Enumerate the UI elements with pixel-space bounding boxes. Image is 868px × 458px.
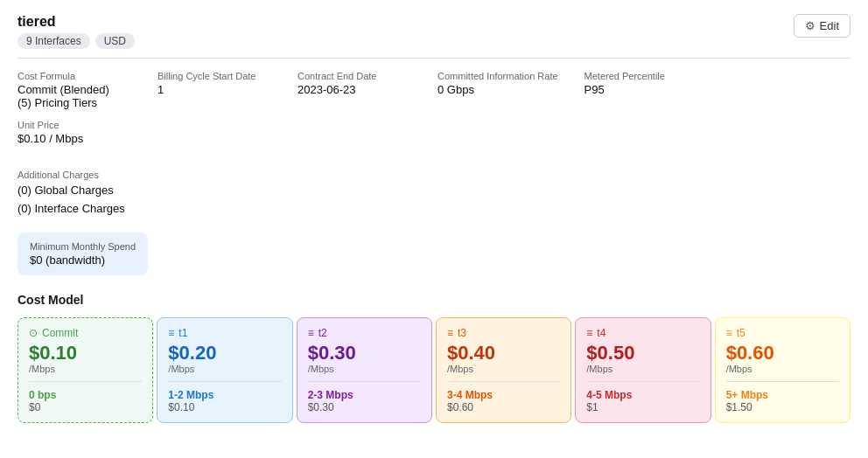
contract-end-cell: Contract End Date 2023-06-23	[298, 71, 411, 109]
t3-unit: /Mbps	[447, 364, 560, 374]
t5-range-price: $1.50	[726, 401, 839, 413]
t3-divider	[447, 381, 560, 382]
contract-end-label: Contract End Date	[298, 71, 411, 81]
t5-unit: /Mbps	[726, 364, 839, 374]
tier-commit-header: ⊙ Commit	[29, 327, 142, 339]
unit-price-cell: Unit Price $0.10 / Mbps	[18, 120, 131, 145]
t2-label: t2	[318, 327, 327, 339]
tier-commit: ⊙ Commit $0.10 /Mbps 0 bps $0	[18, 317, 153, 423]
commit-range-price: $0	[29, 401, 142, 413]
cost-formula-value: Commit (Blended)(5) Pricing Tiers	[18, 83, 131, 109]
header-row: tiered 9 Interfaces USD ⚙ Edit	[18, 14, 850, 49]
tier-t4: ≡ t4 $0.50 /Mbps 4-5 Mbps $1	[575, 317, 710, 423]
gear-icon: ⚙	[805, 19, 816, 32]
t3-range-price: $0.60	[447, 401, 560, 413]
t3-price: $0.40	[447, 343, 560, 364]
commit-unit: /Mbps	[29, 364, 142, 374]
t1-icon: ≡	[168, 327, 174, 339]
contract-end-value: 2023-06-23	[298, 83, 411, 96]
edit-label: Edit	[820, 19, 839, 32]
tier-t2-header: ≡ t2	[308, 327, 421, 339]
tier-t3: ≡ t3 $0.40 /Mbps 3-4 Mbps $0.60	[436, 317, 571, 423]
info-grid: Cost Formula Commit (Blended)(5) Pricing…	[18, 71, 850, 156]
t4-divider	[586, 381, 699, 382]
unit-price-value: $0.10 / Mbps	[18, 132, 131, 145]
title-block: tiered 9 Interfaces USD	[18, 14, 135, 49]
interfaces-badge: 9 Interfaces	[18, 33, 90, 49]
t5-divider	[726, 381, 839, 382]
t4-range-price: $1	[586, 401, 699, 413]
page-title: tiered	[18, 14, 135, 30]
tier-t5: ≡ t5 $0.60 /Mbps 5+ Mbps $1.50	[715, 317, 850, 423]
t5-icon: ≡	[726, 327, 732, 339]
tier-t1-header: ≡ t1	[168, 327, 281, 339]
t1-range: 1-2 Mbps	[168, 389, 281, 401]
tier-t3-header: ≡ t3	[447, 327, 560, 339]
badge-row: 9 Interfaces USD	[18, 33, 135, 49]
t4-range: 4-5 Mbps	[586, 389, 699, 401]
t5-range: 5+ Mbps	[726, 389, 839, 401]
t4-icon: ≡	[586, 327, 592, 339]
commit-divider	[29, 381, 142, 382]
t2-range: 2-3 Mbps	[308, 389, 421, 401]
billing-cycle-cell: Billing Cycle Start Date 1	[158, 71, 271, 109]
cost-formula-cell: Cost Formula Commit (Blended)(5) Pricing…	[18, 71, 131, 109]
commit-price: $0.10	[29, 343, 142, 364]
metered-percentile-value: P95	[584, 83, 698, 96]
billing-cycle-label: Billing Cycle Start Date	[158, 71, 271, 81]
global-charges: (0) Global Charges	[18, 182, 850, 200]
additional-charges-block: Additional Charges (0) Global Charges (0…	[18, 170, 850, 219]
cost-model-grid: ⊙ Commit $0.10 /Mbps 0 bps $0 ≡ t1 $0.20…	[18, 317, 850, 423]
min-spend-label: Minimum Monthly Spend	[30, 241, 136, 252]
unit-price-label: Unit Price	[18, 120, 131, 130]
cost-formula-label: Cost Formula	[18, 71, 131, 81]
committed-rate-cell: Committed Information Rate 0 Gbps	[438, 71, 558, 109]
min-spend-value: $0 (bandwidth)	[30, 253, 136, 267]
t1-label: t1	[178, 327, 187, 339]
metered-percentile-cell: Metered Percentile P95	[584, 71, 698, 109]
committed-rate-label: Committed Information Rate	[438, 71, 558, 81]
billing-cycle-value: 1	[158, 83, 271, 96]
t2-divider	[308, 381, 421, 382]
tier-t4-header: ≡ t4	[586, 327, 699, 339]
commit-range: 0 bps	[29, 389, 142, 401]
t2-price: $0.30	[308, 343, 421, 364]
t4-label: t4	[597, 327, 606, 339]
t3-icon: ≡	[447, 327, 453, 339]
additional-charges-label: Additional Charges	[18, 170, 850, 180]
t3-label: t3	[458, 327, 466, 339]
min-spend-box: Minimum Monthly Spend $0 (bandwidth)	[18, 232, 148, 275]
t4-unit: /Mbps	[586, 364, 699, 374]
commit-label: Commit	[42, 327, 78, 339]
metered-percentile-label: Metered Percentile	[584, 71, 698, 81]
currency-badge: USD	[95, 33, 135, 49]
edit-button[interactable]: ⚙ Edit	[794, 14, 850, 38]
t5-label: t5	[737, 327, 746, 339]
tier-t5-header: ≡ t5	[726, 327, 839, 339]
t2-icon: ≡	[308, 327, 314, 339]
t1-range-price: $0.10	[168, 401, 281, 413]
cost-model-title: Cost Model	[18, 293, 850, 307]
t2-unit: /Mbps	[308, 364, 421, 374]
tier-t1: ≡ t1 $0.20 /Mbps 1-2 Mbps $0.10	[157, 317, 292, 423]
divider	[18, 58, 850, 59]
interface-charges: (0) Interface Charges	[18, 200, 850, 219]
committed-rate-value: 0 Gbps	[438, 83, 558, 96]
t1-divider	[168, 381, 281, 382]
t5-price: $0.60	[726, 343, 839, 364]
page-container: tiered 9 Interfaces USD ⚙ Edit Cost Form…	[0, 0, 868, 437]
t2-range-price: $0.30	[308, 401, 421, 413]
tier-t2: ≡ t2 $0.30 /Mbps 2-3 Mbps $0.30	[297, 317, 432, 423]
t1-unit: /Mbps	[168, 364, 281, 374]
t1-price: $0.20	[168, 343, 281, 364]
t3-range: 3-4 Mbps	[447, 389, 560, 401]
t4-price: $0.50	[586, 343, 699, 364]
commit-icon: ⊙	[29, 327, 38, 339]
